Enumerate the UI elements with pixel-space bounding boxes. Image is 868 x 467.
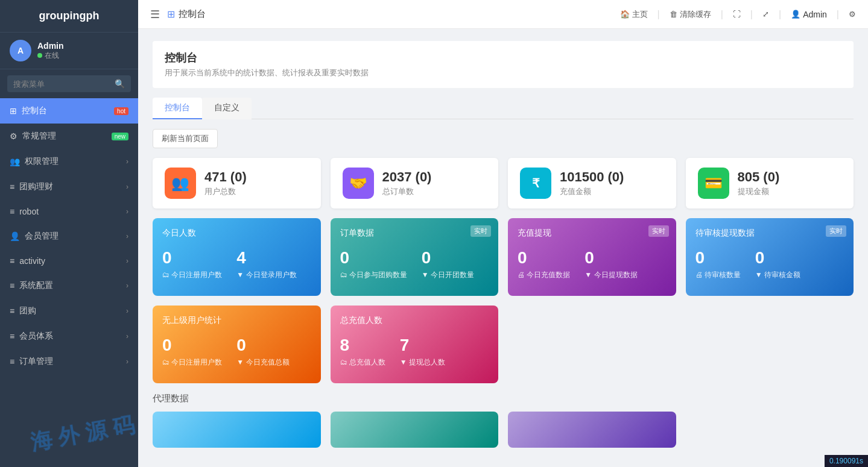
user-profile: A Admin 在线 (0, 33, 138, 69)
chevron-right-icon: › (126, 207, 128, 216)
stat-card-recharge: ₹ 101500 (0) 充值金额 (508, 158, 676, 208)
sidebar-item-label: 控制台 (22, 105, 47, 116)
stat-total-withdraw-label: ▼ 提现总人数 (400, 357, 445, 368)
stat-pending-count-label: 🖨 待审核数量 (695, 270, 741, 280)
users-label: 用户总数 (204, 186, 247, 197)
status-indicator (37, 53, 42, 58)
stat-card-withdraw: 💳 805 (0) 提现金额 (686, 158, 854, 208)
refresh-button[interactable]: 刷新当前页面 (153, 129, 218, 148)
fullscreen-action[interactable]: ⤢ (762, 10, 769, 19)
sidebar-item-system[interactable]: ≡ 系统配置 › (0, 273, 138, 298)
search-icon: 🔍 (115, 79, 125, 89)
dash-card-title: 今日人数 (162, 228, 311, 239)
sidebar-item-label: 系统配置 (19, 280, 53, 291)
tab-dashboard[interactable]: 控制台 (153, 98, 202, 119)
sidebar: groupingph A Admin 在线 🔍 ⊞ 控制台 hot ⚙ 常规管理… (0, 0, 138, 467)
dash-card-title: 订单数据 (340, 228, 489, 239)
stat-pending-amount-value: 0 (755, 248, 800, 268)
sidebar-item-dashboard[interactable]: ⊞ 控制台 hot (0, 98, 138, 124)
home-action[interactable]: 🏠 主页 (620, 9, 648, 20)
menu-toggle-icon[interactable]: ☰ (150, 8, 160, 21)
dashboard-topbar-icon: ⊞ (167, 8, 175, 20)
stat-no-parent-recharge-value: 0 (236, 336, 289, 355)
orders-label: 总订单数 (382, 186, 432, 197)
withdraw-label: 提现金额 (738, 186, 780, 197)
recharge-value: 101500 (0) (560, 169, 624, 185)
topbar-page-title: 控制台 (179, 8, 206, 20)
avatar: A (10, 40, 31, 61)
tab-custom[interactable]: 自定义 (202, 98, 252, 119)
users-value: 471 (0) (204, 169, 247, 185)
topbar-right: 🏠 主页 | 🗑 清除缓存 | ⛶ | ⤢ | 👤 Admin | (620, 9, 856, 20)
stat-recharge-label: 🖨 今日充值数据 (518, 270, 570, 280)
settings-action[interactable]: ⚙ (849, 10, 856, 19)
stat-card-orders: 🤝 2037 (0) 总订单数 (331, 158, 499, 208)
chevron-right-icon: › (126, 232, 128, 240)
user-status: 在线 (37, 51, 64, 61)
sidebar-item-general[interactable]: ⚙ 常规管理 new (0, 124, 138, 149)
dash-card-no-parent: 无上级用户统计 0 🗂 今日注册用户数 0 ▼ 今日充值总额 (153, 306, 321, 383)
chevron-right-icon: › (126, 357, 128, 366)
user-info: Admin 在线 (37, 41, 64, 61)
sidebar-item-group[interactable]: ≡ 团购 › (0, 298, 138, 324)
stat-no-parent-reg-value: 0 (162, 336, 222, 355)
sidebar-item-label: 团购 (19, 306, 36, 316)
timer-badge: 0.190091s (825, 455, 868, 467)
stat-group-buy-value: 0 (340, 248, 407, 268)
orders-icon-bg: 🤝 (343, 168, 374, 199)
admin-label: Admin (803, 10, 827, 19)
stat-open-group-label: ▼ 今日开团数量 (422, 270, 474, 280)
dash-card-title: 总充值人数 (340, 315, 489, 326)
stat-withdraw-value: 0 (584, 248, 637, 268)
screen-action[interactable]: ⛶ (733, 10, 741, 19)
activity-icon: ≡ (10, 256, 14, 266)
sidebar-item-label: 权限管理 (25, 156, 59, 167)
sidebar-item-order[interactable]: ≡ 订单管理 › (0, 349, 138, 374)
sidebar-item-label: 会员管理 (25, 231, 59, 242)
stat-withdraw-label: ▼ 今日提现数据 (584, 270, 637, 280)
stat-cards-row: 👥 471 (0) 用户总数 🤝 2037 (0) 总订单数 ₹ 101500 … (153, 158, 854, 208)
stat-register-value: 0 (162, 248, 222, 268)
gear-icon: ⚙ (849, 10, 856, 19)
home-icon: 🏠 (620, 10, 630, 19)
realtime-badge: 实时 (470, 225, 491, 237)
member-icon: 👤 (10, 231, 20, 241)
dash-card-title: 无上级用户统计 (162, 315, 311, 326)
search-box[interactable]: 🔍 (7, 75, 131, 92)
chevron-right-icon: › (126, 332, 128, 340)
screen-icon: ⛶ (733, 10, 741, 19)
orders-value: 2037 (0) (382, 169, 432, 185)
stat-card-users: 👥 471 (0) 用户总数 (153, 158, 321, 208)
stat-pending-amount-label: ▼ 待审核金额 (755, 270, 800, 280)
sidebar-item-member[interactable]: 👤 会员管理 › (0, 224, 138, 249)
sidebar-item-robot[interactable]: ≡ robot › (0, 199, 138, 224)
expand-icon: ⤢ (762, 10, 769, 19)
withdraw-icon-bg: 💳 (698, 168, 729, 199)
topbar-breadcrumb: ⊞ 控制台 (167, 8, 206, 20)
dash-card-orders: 订单数据 实时 0 🗂 今日参与团购数量 0 ▼ 今日开团数量 (331, 218, 499, 296)
auth-icon: 👥 (10, 157, 20, 166)
dash-card-title: 待审核提现数据 (695, 228, 844, 239)
sidebar-item-auth[interactable]: 👥 权限管理 › (0, 149, 138, 174)
agent-data-section: 代理数据 (153, 393, 854, 448)
stat-total-withdraw-value: 7 (400, 336, 445, 355)
clear-cache-action[interactable]: 🗑 清除缓存 (670, 9, 711, 20)
sidebar-item-label: 团购理财 (19, 181, 53, 192)
stat-login-label: ▼ 今日登录用户数 (236, 270, 296, 280)
withdraw-value: 805 (0) (738, 169, 780, 185)
user-menu[interactable]: 👤 Admin (791, 10, 827, 19)
user-name: Admin (37, 41, 64, 51)
dashboard-grid-row1: 今日人数 0 🗂 今日注册用户数 4 ▼ 今日登录用户数 订单数据 实时 (153, 218, 854, 296)
search-input[interactable] (13, 80, 111, 89)
stat-no-parent-reg-label: 🗂 今日注册用户数 (162, 357, 222, 368)
hot-badge: hot (114, 107, 128, 115)
sidebar-item-label: 会员体系 (19, 331, 53, 342)
stat-register-label: 🗂 今日注册用户数 (162, 270, 222, 280)
topbar: ☰ ⊞ 控制台 🏠 主页 | 🗑 清除缓存 | ⛶ | ⤢ (138, 0, 868, 29)
sidebar-item-activity[interactable]: ≡ activity › (0, 249, 138, 273)
stat-pending-count-value: 0 (695, 248, 741, 268)
sidebar-item-member-system[interactable]: ≡ 会员体系 › (0, 324, 138, 349)
stat-total-recharge-label: 🗂 总充值人数 (340, 357, 385, 368)
sidebar-item-group-finance[interactable]: ≡ 团购理财 › (0, 174, 138, 199)
recharge-icon-bg: ₹ (520, 168, 551, 199)
